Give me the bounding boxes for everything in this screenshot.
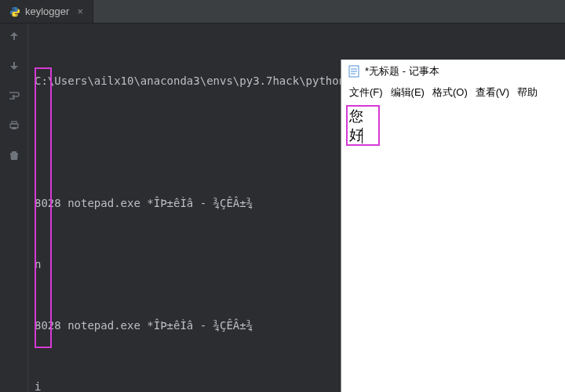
notepad-icon: [348, 65, 360, 78]
text-caret: [362, 128, 363, 143]
notepad-editor[interactable]: 您好: [341, 102, 565, 149]
highlight-box-text: 您好: [346, 105, 380, 146]
menu-format[interactable]: 格式(O): [429, 85, 471, 100]
arrow-down-icon[interactable]: [8, 60, 20, 72]
notepad-titlebar: *无标题 - 记事本: [341, 60, 565, 83]
svg-rect-1: [12, 122, 16, 124]
print-icon[interactable]: [8, 119, 20, 132]
close-icon[interactable]: ×: [77, 5, 83, 17]
menu-file[interactable]: 文件(F): [346, 85, 386, 100]
svg-rect-2: [12, 127, 16, 129]
python-icon: [9, 6, 20, 17]
tab-keylogger[interactable]: keylogger ×: [0, 0, 93, 23]
menu-edit[interactable]: 编辑(E): [388, 85, 428, 100]
menu-help[interactable]: 帮助: [514, 85, 541, 100]
console-gutter: [0, 24, 28, 392]
notepad-menubar: 文件(F) 编辑(E) 格式(O) 查看(V) 帮助: [341, 83, 565, 102]
notepad-title-text: *无标题 - 记事本: [365, 64, 439, 78]
wrap-icon[interactable]: [8, 89, 20, 102]
tab-bar: keylogger ×: [0, 0, 565, 24]
menu-view[interactable]: 查看(V): [472, 85, 512, 100]
notepad-window: *无标题 - 记事本 文件(F) 编辑(E) 格式(O) 查看(V) 帮助 您好: [341, 60, 565, 392]
trash-icon[interactable]: [8, 149, 20, 162]
tab-label: keylogger: [25, 5, 69, 17]
arrow-up-icon[interactable]: [8, 30, 20, 42]
